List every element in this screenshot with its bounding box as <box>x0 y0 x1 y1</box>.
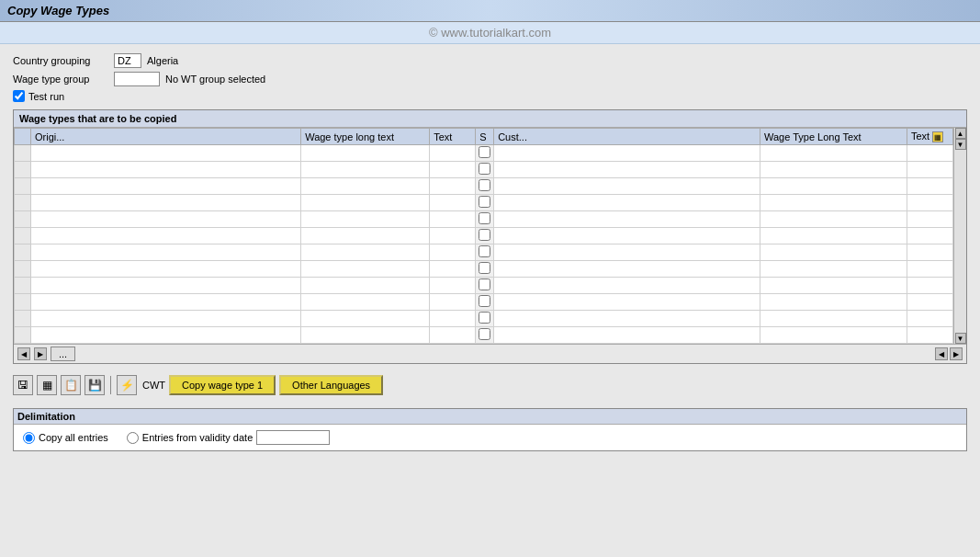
hscroll-right-arrows: ◀ ▶ <box>935 347 963 360</box>
main-content: Country grouping Algeria Wage type group… <box>0 44 980 557</box>
radio-row: Copy all entries Entries from validity d… <box>23 430 957 445</box>
toolbar-icon-grid[interactable]: ▦ <box>37 375 57 395</box>
country-code-input[interactable] <box>114 53 141 68</box>
scroll-down-arrow2[interactable]: ▼ <box>955 139 966 150</box>
wage-type-group-label: Wage type group <box>13 74 114 85</box>
row-checkbox[interactable] <box>479 312 490 324</box>
title-bar: Copy Wage Types <box>0 0 980 22</box>
row-checkbox[interactable] <box>479 278 490 290</box>
country-name-value: Algeria <box>147 55 178 66</box>
row-checkbox[interactable] <box>479 245 490 257</box>
cwt-label: CWT <box>142 380 165 391</box>
scroll-down-arrow[interactable]: ▼ <box>955 333 966 344</box>
toolbar-icon-copy[interactable]: 📋 <box>61 375 81 395</box>
validity-date-label: Entries from validity date <box>142 432 253 443</box>
validity-date-input[interactable] <box>256 430 330 445</box>
other-languages-button[interactable]: Other Languages <box>279 375 383 395</box>
table-row <box>15 195 953 211</box>
country-grouping-row: Country grouping Algeria <box>13 53 967 68</box>
wage-type-group-status: No WT group selected <box>165 74 265 85</box>
row-checkbox[interactable] <box>479 229 490 241</box>
row-checkbox[interactable] <box>479 295 490 307</box>
wage-type-group-input[interactable] <box>114 72 160 86</box>
table-row <box>15 261 953 278</box>
table-row <box>15 327 953 344</box>
table-row <box>15 228 953 244</box>
validity-date-radio[interactable] <box>127 432 139 444</box>
copy-all-radio-group: Copy all entries <box>23 432 108 444</box>
col-settings-icon[interactable]: ▦ <box>932 131 943 142</box>
filter-icon: ⚡ <box>120 379 134 392</box>
toolbar-icon-save[interactable]: 🖫 <box>13 375 33 395</box>
toolbar: 🖫 ▦ 📋 💾 ⚡ CWT Copy wage type 1 Other Lan… <box>13 371 967 399</box>
col-cust: Cust... <box>494 129 760 145</box>
row-checkbox[interactable] <box>479 196 490 208</box>
table-row <box>15 278 953 294</box>
copy-all-radio[interactable] <box>23 432 35 444</box>
table-row <box>15 294 953 311</box>
watermark-text: © www.tutorialkart.com <box>429 26 551 40</box>
table-row <box>15 244 953 261</box>
table-scroll-area: Origi... Wage type long text Text S Cust… <box>14 128 966 344</box>
test-run-label: Test run <box>28 91 64 102</box>
data-table: Origi... Wage type long text Text S Cust… <box>14 128 953 344</box>
page-title: Copy Wage Types <box>7 4 109 17</box>
row-checkbox[interactable] <box>479 146 490 158</box>
row-checkbox[interactable] <box>479 212 490 224</box>
wage-type-group-row: Wage type group No WT group selected <box>13 72 967 86</box>
delimitation-section: Delimitation Copy all entries Entries fr… <box>13 408 967 451</box>
toolbar-icon-filter[interactable]: ⚡ <box>117 375 137 395</box>
test-run-row: Test run <box>13 90 967 102</box>
hscroll-left-arrow[interactable]: ◀ <box>17 347 30 360</box>
wage-types-table-container: Wage types that are to be copied Origi..… <box>13 109 967 364</box>
copy-icon: 📋 <box>64 379 78 392</box>
row-checkbox[interactable] <box>479 262 490 274</box>
hscroll-right-arrow2[interactable]: ◀ <box>935 347 948 360</box>
test-run-checkbox[interactable] <box>13 90 25 102</box>
table-row <box>15 162 953 178</box>
country-grouping-label: Country grouping <box>13 55 114 66</box>
hscroll-right-arrow[interactable]: ▶ <box>34 347 47 360</box>
table-hscroll-row: ◀ ▶ ... ◀ ▶ <box>14 344 966 363</box>
watermark-bar: © www.tutorialkart.com <box>0 22 980 44</box>
save-icon: 🖫 <box>17 379 28 392</box>
validity-date-radio-group: Entries from validity date <box>127 430 330 445</box>
table-section-title: Wage types that are to be copied <box>14 110 966 128</box>
vertical-scrollbar[interactable]: ▲ ▼ ▼ <box>953 128 966 344</box>
toolbar-icon-floppy[interactable]: 💾 <box>84 375 105 395</box>
table-row <box>15 178 953 195</box>
row-checkbox[interactable] <box>479 328 490 340</box>
table-inner: Origi... Wage type long text Text S Cust… <box>14 128 953 344</box>
table-row <box>15 145 953 162</box>
col-text: Text <box>430 129 476 145</box>
row-checkbox[interactable] <box>479 179 490 191</box>
hscroll-right-arrow3[interactable]: ▶ <box>950 347 963 360</box>
table-row <box>15 211 953 228</box>
col-s: S <box>476 129 494 145</box>
col-longtext-right: Wage Type Long Text <box>760 129 907 145</box>
hscroll-middle-btn[interactable]: ... <box>51 347 75 361</box>
grid-icon: ▦ <box>42 379 52 392</box>
toolbar-separator <box>110 376 111 394</box>
col-orig: Origi... <box>31 129 301 145</box>
copy-all-label: Copy all entries <box>39 432 108 443</box>
delimitation-title: Delimitation <box>14 409 966 425</box>
col-text-right: Text ▦ <box>907 129 953 145</box>
table-row <box>15 311 953 327</box>
scroll-up-arrow[interactable]: ▲ <box>955 128 966 139</box>
row-checkbox[interactable] <box>479 163 490 175</box>
col-rownum <box>15 129 31 145</box>
floppy-icon: 💾 <box>88 379 102 392</box>
copy-wage-type-button[interactable]: Copy wage type 1 <box>169 375 276 395</box>
col-longtext: Wage type long text <box>301 129 430 145</box>
